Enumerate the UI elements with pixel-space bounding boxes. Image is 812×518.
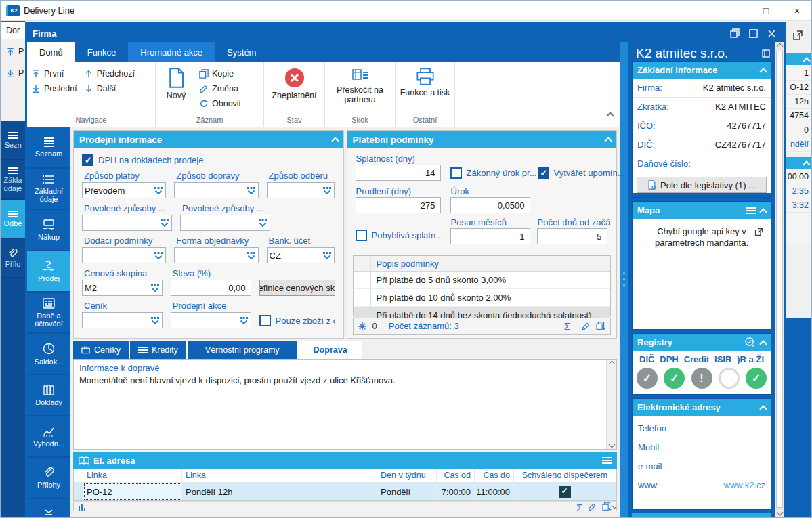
cell-den[interactable]: Pondělí xyxy=(377,483,437,500)
background-nav-last[interactable]: P xyxy=(1,64,25,82)
sidebar-item-saldokonto[interactable]: Saldok... xyxy=(27,334,70,375)
sidebar-item-dane-uctovani[interactable]: Daně a účtování xyxy=(27,293,70,334)
right-sidebar-scrollbar[interactable] xyxy=(775,42,784,517)
jump-to-partner-button[interactable]: Přeskočit na partnera xyxy=(329,65,391,104)
pocet-dnu-input[interactable]: 5 xyxy=(537,228,607,244)
registry-status-dic[interactable] xyxy=(637,368,658,389)
nav-next-button[interactable]: Další xyxy=(84,84,135,93)
tab-kredity[interactable]: Kredity xyxy=(130,341,188,359)
tab-domu[interactable]: Domů xyxy=(27,42,75,62)
povolene-zpusoby-2-select[interactable] xyxy=(180,215,270,231)
tab-funkce[interactable]: Funkce xyxy=(75,42,129,62)
new-button[interactable]: Nový xyxy=(160,65,192,108)
address-row-www[interactable]: wwwwww.k2.cz xyxy=(633,475,771,494)
scroll-down-icon[interactable] xyxy=(608,441,615,448)
www-link[interactable]: www.k2.cz xyxy=(724,480,765,490)
urok-input[interactable]: 0,0500 xyxy=(450,197,530,213)
invalidate-button[interactable]: Zneplatnění xyxy=(268,65,320,100)
background-tab-domu[interactable]: Dor xyxy=(1,21,25,39)
background-sidebar-item-seznam[interactable]: Sezn xyxy=(1,121,25,160)
zpusob-dopravy-select[interactable] xyxy=(174,182,258,198)
nav-first-button[interactable]: První xyxy=(31,69,77,79)
sidebar-item-seznam[interactable]: Seznam xyxy=(27,127,70,169)
zpusob-platby-select[interactable]: Převodem xyxy=(82,182,166,198)
sidebar-item-vyhodnoceni[interactable]: Vyhodn... xyxy=(27,416,70,458)
filter-asterisk-icon[interactable] xyxy=(358,322,367,331)
table-header-row[interactable]: Popis podmínky xyxy=(354,256,611,272)
doprava-scrollbar[interactable] xyxy=(606,360,616,449)
pouze-zbozi-checkbox[interactable] xyxy=(259,315,271,326)
collapse-icon[interactable] xyxy=(331,137,339,144)
registry-status-or-zi[interactable] xyxy=(746,368,767,389)
menu-icon[interactable] xyxy=(602,457,612,464)
scroll-up-icon[interactable] xyxy=(776,43,783,50)
sum-icon[interactable]: Σ xyxy=(564,320,570,332)
check-circle-icon[interactable] xyxy=(744,337,756,347)
scroll-up-icon[interactable] xyxy=(608,361,615,368)
background-sidebar-item-prilohy[interactable]: Přílo xyxy=(1,239,25,278)
cenik-select[interactable] xyxy=(82,312,163,328)
column-schvaleno[interactable]: Schváleno dispečerem xyxy=(514,469,616,482)
sleva-input[interactable]: 0,00 xyxy=(171,280,251,296)
cell-linka[interactable]: PO-12 xyxy=(83,483,182,500)
nav-previous-button[interactable]: Předchozí xyxy=(84,69,135,79)
sidebar-item-prodej[interactable]: Prodej xyxy=(27,251,70,293)
column-cas-do[interactable]: Čas do xyxy=(475,469,514,482)
tab-hromadne-akce[interactable]: Hromadné akce xyxy=(128,42,215,62)
background-panel-header[interactable] xyxy=(786,53,812,65)
scrollbar-thumb[interactable] xyxy=(776,51,783,508)
prodleni-input[interactable]: 275 xyxy=(356,197,441,213)
zakonny-urok-checkbox[interactable] xyxy=(450,167,462,179)
background-sidebar-item-odberatel[interactable]: Odbě xyxy=(1,200,25,239)
address-row-mobil[interactable]: Mobil xyxy=(633,437,771,456)
pohybliva-checkbox[interactable] xyxy=(356,230,367,241)
close-icon[interactable] xyxy=(767,29,776,38)
pole-dle-legislativy-button[interactable]: Pole dle legislativy (1) ... xyxy=(637,177,767,193)
sidebar-item-doklady[interactable]: Doklady xyxy=(27,375,70,416)
doprava-text[interactable]: Momentálně není hlavní vjezd k dispozici… xyxy=(74,374,606,386)
background-nav-first[interactable]: P xyxy=(1,43,25,60)
minimize-button[interactable]: – xyxy=(719,1,750,20)
cell-cas-od[interactable]: 7:00:00 xyxy=(437,483,475,500)
nav-last-button[interactable]: Poslední xyxy=(31,84,77,93)
edit-icon[interactable] xyxy=(588,502,597,511)
copy-add-icon[interactable] xyxy=(602,502,612,511)
zpusob-odberu-select[interactable] xyxy=(267,182,335,198)
chart-mini-icon[interactable] xyxy=(78,502,87,511)
povolene-zpusoby-1-select[interactable] xyxy=(82,215,172,231)
maximize-icon[interactable] xyxy=(749,29,758,38)
prodejni-akce-select[interactable] xyxy=(171,312,251,328)
panel-header[interactable]: Mapa xyxy=(633,202,771,219)
posun-mesicu-input[interactable]: 1 xyxy=(450,228,530,244)
panel-header[interactable]: Elektronické adresy xyxy=(633,399,771,416)
registry-status-dph[interactable] xyxy=(664,368,685,389)
sidebar-more-button[interactable] xyxy=(27,507,70,517)
registry-status-credit[interactable] xyxy=(691,368,712,389)
table-row[interactable]: Při platbě do 5 dnů skonto 3,00% xyxy=(354,272,611,289)
copy-button[interactable]: Kopie xyxy=(199,69,241,79)
maximize-button[interactable]: □ xyxy=(750,1,782,20)
cenova-skupina-select[interactable]: M2 xyxy=(82,280,163,296)
tab-ceniky[interactable]: Ceníky xyxy=(73,341,130,359)
panel-header[interactable]: Ostatní údaje xyxy=(632,513,771,517)
refresh-button[interactable]: Obnovit xyxy=(199,99,241,108)
background-panel-header[interactable] xyxy=(786,157,812,169)
panel-header[interactable]: Registry xyxy=(633,334,771,351)
change-button[interactable]: Změna xyxy=(199,84,241,93)
bank-ucet-select[interactable]: CZ xyxy=(267,247,335,263)
el-adresa-header[interactable]: El. adresa xyxy=(73,452,617,469)
pin-icon[interactable] xyxy=(762,49,770,58)
external-link-icon[interactable] xyxy=(754,227,764,237)
column-linka-2[interactable]: Linka xyxy=(182,469,377,482)
scroll-down-icon[interactable] xyxy=(776,509,783,516)
el-adresa-row-selected[interactable]: PO-12 Pondělí 12h Pondělí 7:00:00 11:00:… xyxy=(74,483,616,500)
address-row-email[interactable]: e-mail xyxy=(633,456,771,475)
tab-doprava[interactable]: Doprava xyxy=(299,341,362,359)
panel-header[interactable]: Základní informace xyxy=(633,62,771,79)
splatnost-input[interactable]: 14 xyxy=(356,165,441,181)
cell-cas-do[interactable]: 11:00:00 xyxy=(475,483,514,500)
sidebar-item-zakladni-udaje[interactable]: Základní údaje xyxy=(27,169,70,210)
schvaleno-checkbox[interactable] xyxy=(559,486,571,498)
panel-header[interactable]: Platební podmínky xyxy=(347,131,617,148)
vat-checkbox[interactable] xyxy=(82,154,93,166)
